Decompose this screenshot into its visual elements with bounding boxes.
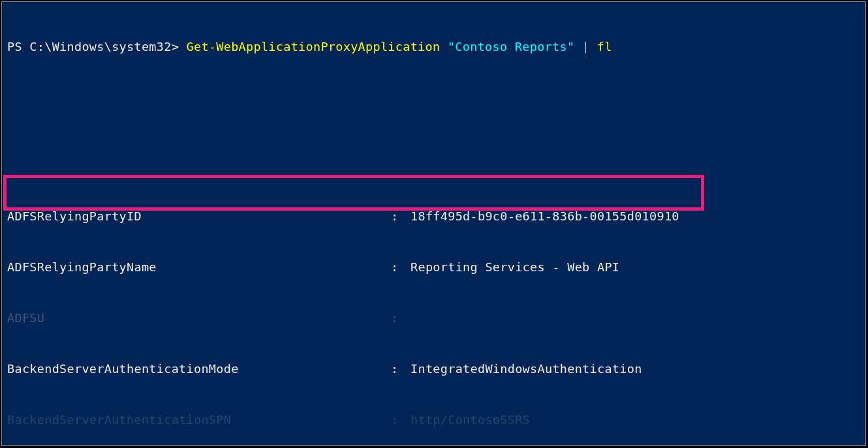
formatter: fl [597, 40, 612, 53]
property-row: ADFSRelyingPartyID:18ff495d-b9c0-e611-83… [7, 208, 864, 225]
property-key: BackendServerAuthenticationMode [7, 361, 391, 378]
property-row-obscured: ADFSU: [7, 310, 864, 327]
output-properties: ADFSRelyingPartyID:18ff495d-b9c0-e611-83… [7, 140, 864, 448]
property-key: ADFSRelyingPartyID [7, 208, 391, 225]
colon: : [391, 310, 411, 327]
colon: : [391, 411, 411, 428]
colon: : [391, 208, 411, 225]
prompt: PS C:\Windows\system32> [7, 40, 179, 53]
property-key: BackendServerAuthenticationSPN [7, 411, 391, 428]
property-row-obscured: BackendServerAuthenticationSPN:http/Cont… [7, 411, 864, 428]
property-value [411, 310, 864, 327]
property-key: ADFSRelyingPartyName [7, 259, 391, 276]
property-value: 18ff495d-b9c0-e611-836b-00155d010910 [411, 208, 864, 225]
property-key: ADFSU [7, 310, 391, 327]
highlight-rectangle [3, 175, 704, 211]
powershell-terminal[interactable]: PS C:\Windows\system32> Get-WebApplicati… [1, 1, 866, 446]
property-row: ADFSRelyingPartyName:Reporting Services … [7, 259, 864, 276]
colon: : [391, 361, 411, 378]
property-value: http/ContosoSSRS [411, 411, 864, 428]
property-value: IntegratedWindowsAuthentication [411, 361, 864, 378]
pipe: | [582, 40, 589, 53]
cmdlet: Get-WebApplicationProxyApplication [187, 40, 441, 53]
property-value: Reporting Services - Web API [411, 259, 864, 276]
command-line: PS C:\Windows\system32> Get-WebApplicati… [7, 38, 864, 55]
property-row-highlighted: BackendServerAuthenticationMode:Integrat… [7, 361, 864, 378]
colon: : [391, 259, 411, 276]
argument: "Contoso Reports" [448, 40, 574, 53]
